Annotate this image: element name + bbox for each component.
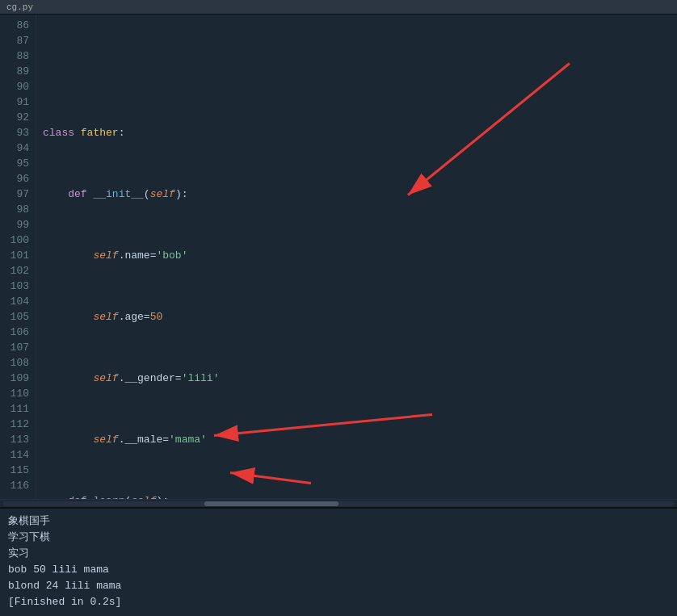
code-line-90: self.age=50 [43, 309, 671, 325]
title-bar: cg.py [0, 0, 677, 15]
editor-scrollbar[interactable] [0, 499, 677, 507]
code-line-86 [43, 64, 671, 79]
output-line-4: bob 50 lili mama [8, 562, 669, 578]
code-line-88: def __init__(self): [43, 186, 671, 202]
code-editor: 86 87 88 89 90 91 92 93 94 95 96 97 98 9… [0, 15, 677, 499]
scrollbar-thumb[interactable] [204, 501, 338, 506]
output-finished: [Finished in 0.2s] [8, 594, 669, 610]
terminal-text: 象棋国手 学习下棋 实习 bob 50 lili mama blond 24 l… [0, 509, 677, 615]
svg-line-5 [230, 473, 311, 484]
line-numbers: 86 87 88 89 90 91 92 93 94 95 96 97 98 9… [0, 15, 36, 499]
terminal-output: 象棋国手 学习下棋 实习 bob 50 lili mama blond 24 l… [0, 507, 677, 616]
code-line-93: def learn(self): [43, 493, 671, 499]
code-line-92: self.__male='mama' [43, 432, 671, 447]
code-line-87: class father: [43, 125, 671, 140]
file-title: cg.py [6, 2, 33, 12]
output-line-2: 学习下棋 [8, 530, 669, 546]
output-line-1: 象棋国手 [8, 513, 669, 530]
scrollbar-track[interactable] [3, 501, 674, 506]
code-line-91: self.__gender='lili' [43, 371, 671, 386]
code-line-89: self.name='bob' [43, 248, 671, 263]
output-line-5: blond 24 lili mama [8, 578, 669, 594]
output-line-3: 实习 [8, 546, 669, 562]
code-lines: class father: def __init__(self): self.n… [36, 15, 677, 499]
